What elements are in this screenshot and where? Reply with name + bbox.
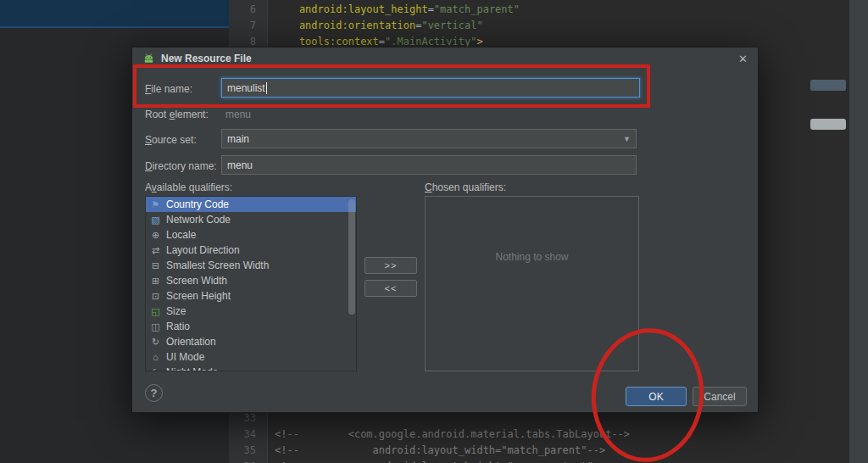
- locale-icon: ⊕: [149, 230, 162, 241]
- move-left-button[interactable]: <<: [364, 280, 417, 297]
- scrollbar-marker: [810, 80, 846, 91]
- available-qualifiers-label: Available qualifiers:: [145, 181, 232, 193]
- orientation-icon: ↻: [149, 337, 162, 348]
- directory-name-value: menu: [227, 159, 253, 171]
- help-button[interactable]: ?: [145, 384, 163, 402]
- line-number: 36: [229, 459, 268, 463]
- qualifier-item-night-mode[interactable]: ☾Night Mode: [146, 365, 356, 371]
- qualifier-item-ui-mode[interactable]: ⌂UI Mode: [146, 349, 356, 365]
- dialog-title: New Resource File: [161, 53, 252, 64]
- qualifier-item-country-code[interactable]: ⚑Country Code: [146, 197, 356, 212]
- empty-state-text: Nothing to show: [426, 251, 638, 263]
- scrollbar-thumb-marker[interactable]: [810, 119, 846, 130]
- line-number: 34: [229, 427, 268, 443]
- directory-name-label: Directory name:: [145, 160, 217, 172]
- right-tool-strip: [849, 0, 868, 463]
- qualifier-label: Locale: [166, 229, 196, 241]
- chosen-qualifiers-panel: Nothing to show: [425, 196, 639, 371]
- size-icon: ◱: [149, 306, 162, 317]
- line-number: 6: [229, 2, 268, 18]
- qualifier-label: Night Mode: [166, 366, 218, 371]
- ratio-icon: ◫: [149, 321, 162, 332]
- ui-mode-icon: ⌂: [149, 352, 162, 362]
- qualifier-item-screen-height[interactable]: ⊡Screen Height: [146, 288, 356, 304]
- root-element-label: Root element:: [145, 109, 209, 120]
- move-right-button[interactable]: >>: [364, 257, 417, 274]
- code-lines-bottom: 3334<!-- <com.google.android.material.ta…: [229, 410, 849, 463]
- chevron-down-icon: ▼: [623, 135, 631, 143]
- qualifier-item-ratio[interactable]: ◫Ratio: [146, 319, 356, 334]
- code-line: 35<!-- android:layout_width="match_paren…: [229, 443, 849, 459]
- qualifier-item-locale[interactable]: ⊕Locale: [146, 227, 356, 243]
- qualifier-item-orientation[interactable]: ↻Orientation: [146, 334, 356, 349]
- qualifier-label: Smallest Screen Width: [166, 259, 269, 271]
- qualifier-label: Layout Direction: [166, 244, 240, 256]
- chosen-qualifiers-label: Chosen qualifiers:: [425, 181, 506, 193]
- code-line: 6 android:layout_height="match_parent": [229, 2, 849, 18]
- qualifier-label: UI Mode: [166, 351, 204, 363]
- network-code-icon: ▧: [149, 215, 162, 226]
- qualifier-item-size[interactable]: ◱Size: [146, 304, 356, 319]
- source-set-label: Source set:: [145, 134, 197, 146]
- line-number: 7: [229, 18, 268, 34]
- qualifier-label: Screen Width: [166, 275, 227, 287]
- country-code-icon: ⚑: [149, 199, 162, 210]
- source-set-dropdown[interactable]: main ▼: [221, 129, 637, 148]
- qualifier-label: Network Code: [166, 214, 231, 226]
- qualifier-label: Size: [166, 305, 186, 317]
- close-icon[interactable]: ✕: [738, 53, 748, 65]
- qualifier-item-layout-direction[interactable]: ⇄Layout Direction: [146, 243, 356, 258]
- qualifier-label: Orientation: [166, 336, 216, 348]
- background-window-titlebar: [0, 0, 229, 28]
- screen: 6 android:layout_height="match_parent"7 …: [0, 0, 868, 463]
- code-line: 34<!-- <com.google.android.material.tabs…: [229, 427, 849, 443]
- source-set-value: main: [227, 133, 249, 145]
- directory-name-input[interactable]: menu: [221, 155, 637, 175]
- annotation-rectangle: [133, 64, 650, 108]
- line-number: 35: [229, 443, 268, 459]
- qualifier-label: Ratio: [166, 321, 190, 332]
- list-scrollbar[interactable]: [348, 199, 355, 315]
- android-icon: [142, 53, 155, 65]
- qualifier-label: Screen Height: [166, 290, 231, 302]
- qualifier-item-screen-width[interactable]: ⊞Screen Width: [146, 273, 356, 288]
- qualifier-label: Country Code: [166, 198, 229, 210]
- code-line: 7 android:orientation="vertical": [229, 18, 849, 34]
- qualifier-item-network-code[interactable]: ▧Network Code: [146, 212, 356, 227]
- qualifier-item-smallest-screen-width[interactable]: ⊟Smallest Screen Width: [146, 258, 356, 273]
- code-lines-top: 6 android:layout_height="match_parent"7 …: [229, 2, 849, 50]
- root-element-value: menu: [225, 109, 251, 120]
- layout-direction-icon: ⇄: [149, 245, 162, 256]
- screen-height-icon: ⊡: [149, 291, 162, 302]
- smallest-screen-width-icon: ⊟: [149, 260, 162, 271]
- night-mode-icon: ☾: [149, 367, 162, 372]
- screen-width-icon: ⊞: [149, 276, 162, 287]
- available-qualifiers-list[interactable]: ⚑Country Code▧Network Code⊕Locale⇄Layout…: [145, 196, 357, 371]
- code-line: 36<!-- android:layout_height="wrap_conte…: [229, 459, 849, 463]
